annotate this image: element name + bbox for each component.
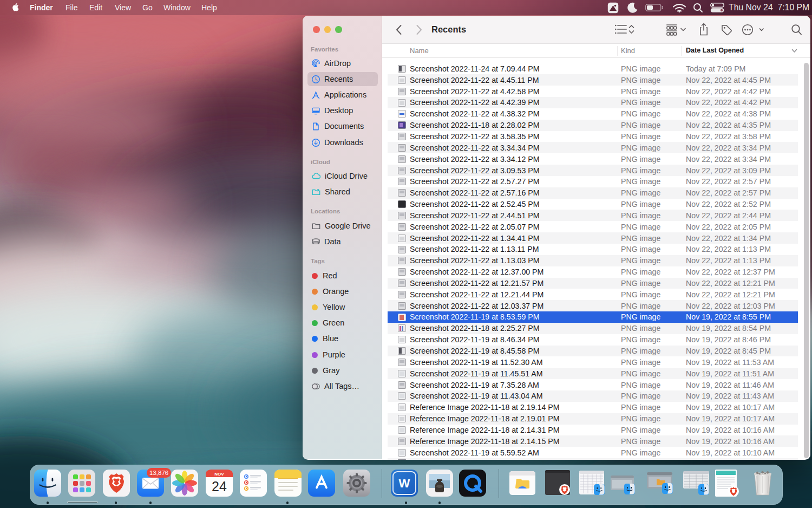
svg-text:NOV: NOV xyxy=(214,472,224,477)
svg-text:W: W xyxy=(399,477,410,490)
svg-text:24: 24 xyxy=(212,479,227,494)
